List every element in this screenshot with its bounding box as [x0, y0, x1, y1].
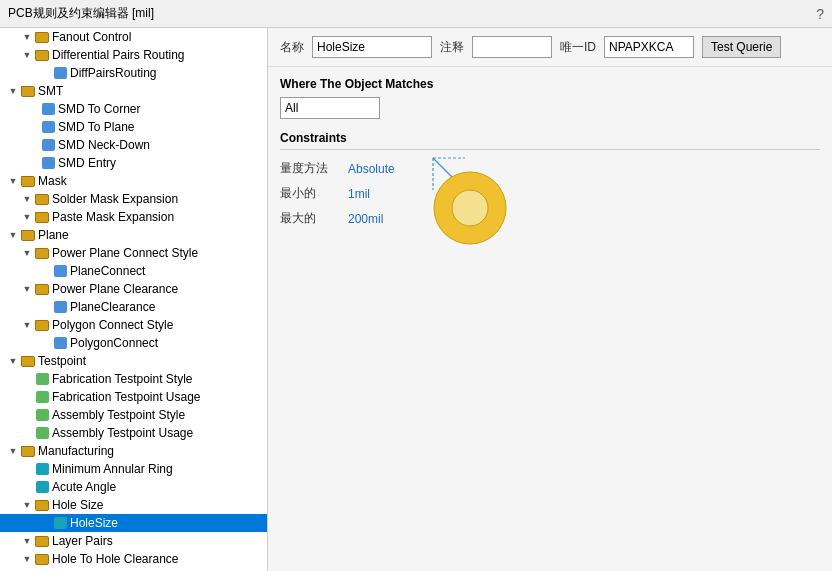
node-icon-holesize: [52, 516, 68, 530]
tree-item-planeconnect[interactable]: PlaneConnect: [0, 262, 267, 280]
measure-method-value[interactable]: Absolute: [348, 162, 395, 176]
tree-item-smd-to-plane[interactable]: SMD To Plane: [0, 118, 267, 136]
node-icon-paste-mask-expansion: [34, 210, 50, 224]
tree-item-testpoint[interactable]: ▼Testpoint: [0, 352, 267, 370]
tree-item-polygonconnect[interactable]: PolygonConnect: [0, 334, 267, 352]
node-label-plane: Plane: [38, 228, 69, 242]
constraints-table: 量度方法 Absolute 最小的 1mil 最大的 200mil: [280, 160, 395, 227]
rule-header: 名称 注释 唯一ID Test Querie: [268, 28, 832, 67]
tree-item-smd-neck-down[interactable]: SMD Neck-Down: [0, 136, 267, 154]
test-query-button[interactable]: Test Querie: [702, 36, 781, 58]
node-label-manufacturing: Manufacturing: [38, 444, 114, 458]
tree-item-hole-size[interactable]: ▼Hole Size: [0, 496, 267, 514]
expand-icon-layer-pairs[interactable]: ▼: [20, 534, 34, 548]
expand-icon-fanout-control[interactable]: ▼: [20, 30, 34, 44]
node-label-power-plane-connect-style: Power Plane Connect Style: [52, 246, 198, 260]
max-value[interactable]: 200mil: [348, 212, 395, 226]
node-label-smd-to-plane: SMD To Plane: [58, 120, 134, 134]
hole-size-diagram: [415, 150, 515, 250]
unique-id-input[interactable]: [604, 36, 694, 58]
node-icon-diffpairsrouting: [52, 66, 68, 80]
tree-item-holesize[interactable]: HoleSize: [0, 514, 267, 532]
tree-item-smd-to-corner[interactable]: SMD To Corner: [0, 100, 267, 118]
tree-item-assembly-testpoint-usage[interactable]: Assembly Testpoint Usage: [0, 424, 267, 442]
expand-icon-power-plane-clearance[interactable]: ▼: [20, 282, 34, 296]
node-icon-polygon-connect-style: [34, 318, 50, 332]
tree-item-manufacturing[interactable]: ▼Manufacturing: [0, 442, 267, 460]
tree-item-power-plane-clearance[interactable]: ▼Power Plane Clearance: [0, 280, 267, 298]
comment-input[interactable]: [472, 36, 552, 58]
node-icon-polygonconnect: [52, 336, 68, 350]
expand-icon-smt[interactable]: ▼: [6, 84, 20, 98]
measure-method-label: 量度方法: [280, 160, 328, 177]
tree-item-planeclearance[interactable]: PlaneClearance: [0, 298, 267, 316]
node-icon-fabrication-testpoint-style: [34, 372, 50, 386]
node-icon-fabrication-testpoint-usage: [34, 390, 50, 404]
node-label-mask: Mask: [38, 174, 67, 188]
node-icon-power-plane-clearance: [34, 282, 50, 296]
node-icon-assembly-testpoint-style: [34, 408, 50, 422]
tree-item-acute-angle[interactable]: Acute Angle: [0, 478, 267, 496]
name-input[interactable]: [312, 36, 432, 58]
expand-icon-power-plane-connect-style[interactable]: ▼: [20, 246, 34, 260]
tree-item-fabrication-testpoint-style[interactable]: Fabrication Testpoint Style: [0, 370, 267, 388]
node-label-minimum-annular-ring: Minimum Annular Ring: [52, 462, 173, 476]
tree-item-hole-to-hole-clearance[interactable]: ▼Hole To Hole Clearance: [0, 550, 267, 568]
expand-icon-paste-mask-expansion[interactable]: ▼: [20, 210, 34, 224]
expand-icon-hole-to-hole-clearance[interactable]: ▼: [20, 552, 34, 566]
tree-item-minimum-annular-ring[interactable]: Minimum Annular Ring: [0, 460, 267, 478]
comment-label: 注释: [440, 39, 464, 56]
node-label-layer-pairs: Layer Pairs: [52, 534, 113, 548]
window-title: PCB规则及约束编辑器 [mil]: [8, 5, 154, 22]
node-label-planeconnect: PlaneConnect: [70, 264, 145, 278]
node-label-fabrication-testpoint-usage: Fabrication Testpoint Usage: [52, 390, 201, 404]
node-label-smd-to-corner: SMD To Corner: [58, 102, 140, 116]
tree-item-diffpairsrouting[interactable]: DiffPairsRouting: [0, 64, 267, 82]
expand-icon-differential-pairs-routing[interactable]: ▼: [20, 48, 34, 62]
node-icon-smd-to-corner: [40, 102, 56, 116]
expand-icon-plane[interactable]: ▼: [6, 228, 20, 242]
node-icon-planeclearance: [52, 300, 68, 314]
tree-item-mask[interactable]: ▼Mask: [0, 172, 267, 190]
tree-item-power-plane-connect-style[interactable]: ▼Power Plane Connect Style: [0, 244, 267, 262]
tree-item-assembly-testpoint-style[interactable]: Assembly Testpoint Style: [0, 406, 267, 424]
tree-item-paste-mask-expansion[interactable]: ▼Paste Mask Expansion: [0, 208, 267, 226]
tree-item-smt[interactable]: ▼SMT: [0, 82, 267, 100]
node-label-smd-neck-down: SMD Neck-Down: [58, 138, 150, 152]
svg-line-2: [433, 158, 453, 178]
name-label: 名称: [280, 39, 304, 56]
tree-item-polygon-connect-style[interactable]: ▼Polygon Connect Style: [0, 316, 267, 334]
min-value[interactable]: 1mil: [348, 187, 395, 201]
expand-icon-manufacturing[interactable]: ▼: [6, 444, 20, 458]
expand-icon-testpoint[interactable]: ▼: [6, 354, 20, 368]
node-icon-solder-mask-expansion: [34, 192, 50, 206]
tree-panel: ▼Fanout Control▼Differential Pairs Routi…: [0, 28, 268, 571]
node-icon-smd-neck-down: [40, 138, 56, 152]
tree-item-plane[interactable]: ▼Plane: [0, 226, 267, 244]
max-label: 最大的: [280, 210, 328, 227]
node-label-diffpairsrouting: DiffPairsRouting: [70, 66, 156, 80]
tree-item-fabrication-testpoint-usage[interactable]: Fabrication Testpoint Usage: [0, 388, 267, 406]
expand-icon-solder-mask-expansion[interactable]: ▼: [20, 192, 34, 206]
tree-item-layer-pairs[interactable]: ▼Layer Pairs: [0, 532, 267, 550]
svg-point-4: [452, 190, 488, 226]
constraints-section: Constraints 量度方法 Absolute 最小的 1mil 最大的 2…: [268, 125, 832, 571]
right-panel: 名称 注释 唯一ID Test Querie Where The Object …: [268, 28, 832, 571]
help-button[interactable]: ?: [816, 6, 824, 22]
expand-icon-hole-size[interactable]: ▼: [20, 498, 34, 512]
node-label-paste-mask-expansion: Paste Mask Expansion: [52, 210, 174, 224]
node-label-smt: SMT: [38, 84, 63, 98]
node-label-smd-entry: SMD Entry: [58, 156, 116, 170]
expand-icon-mask[interactable]: ▼: [6, 174, 20, 188]
tree-item-smd-entry[interactable]: SMD Entry: [0, 154, 267, 172]
where-select[interactable]: All Net Net Class Layer Custom: [280, 97, 380, 119]
tree-item-solder-mask-expansion[interactable]: ▼Solder Mask Expansion: [0, 190, 267, 208]
node-icon-testpoint: [20, 354, 36, 368]
node-icon-plane: [20, 228, 36, 242]
expand-icon-polygon-connect-style[interactable]: ▼: [20, 318, 34, 332]
tree-item-fanout-control[interactable]: ▼Fanout Control: [0, 28, 267, 46]
node-icon-layer-pairs: [34, 534, 50, 548]
node-label-fabrication-testpoint-style: Fabrication Testpoint Style: [52, 372, 193, 386]
node-label-holesize: HoleSize: [70, 516, 118, 530]
tree-item-differential-pairs-routing[interactable]: ▼Differential Pairs Routing: [0, 46, 267, 64]
